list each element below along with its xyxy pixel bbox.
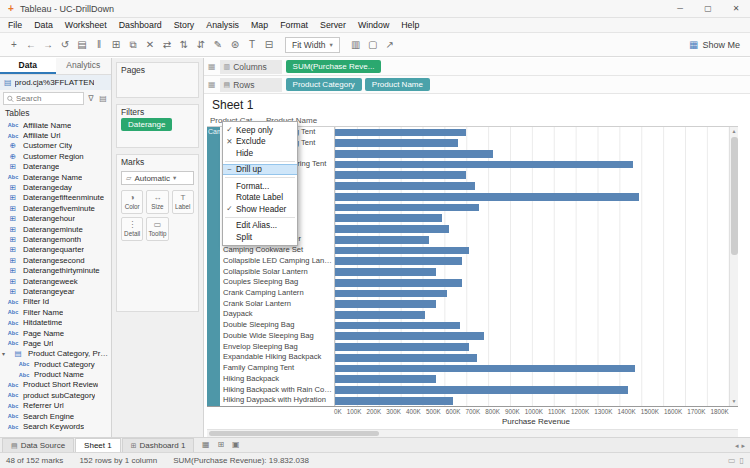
horizontal-scrollbar[interactable] [207, 429, 738, 437]
field-daterangethirtyminute[interactable]: ⊞Daterangethirtyminute [0, 265, 111, 275]
menu-data[interactable]: Data [28, 18, 59, 32]
row-label-hiking-daypack-with-hydration[interactable]: Hiking Daypack with Hydration [220, 395, 334, 406]
bar-4-season-mountaineering-tent[interactable] [335, 161, 633, 169]
sort-ascending-icon[interactable]: ⇅ [176, 36, 192, 54]
vertical-scrollbar[interactable]: ▲ ▼ [729, 127, 738, 406]
bar-family-camping-tent[interactable] [335, 365, 635, 373]
field-filter-name[interactable]: AbcFilter Name [0, 307, 111, 317]
expand-caret-icon[interactable]: ▾ [2, 350, 8, 357]
new-story-button[interactable]: ▣ [228, 438, 243, 452]
bar-camp-wood-grill[interactable] [335, 225, 449, 233]
field-product-subcategory[interactable]: Abcproduct subCategory [0, 390, 111, 400]
field-filter-id[interactable]: AbcFilter Id [0, 297, 111, 307]
row-label-family-camping-tent[interactable]: Family Camping Tent [220, 363, 334, 374]
show-mark-labels-icon[interactable]: T [244, 36, 260, 54]
show-tabs-icon[interactable]: ▭ [728, 456, 736, 465]
bar-cabin-tent[interactable] [335, 171, 466, 179]
show-me-button[interactable]: ▦ Show Me [685, 39, 744, 50]
bar-expandable-hiking-backpack[interactable] [335, 354, 477, 362]
marks-color-button[interactable]: ◑Color [121, 190, 143, 214]
new-worksheet-button[interactable]: ▦ [198, 438, 213, 452]
datasource-item[interactable]: ▤ prod.cja%3FFLATTEN [0, 75, 111, 90]
field-customer-city[interactable]: ⊕Customer City [0, 141, 111, 151]
sort-descending-icon[interactable]: ⇵ [193, 36, 209, 54]
scroll-up-icon[interactable]: ▲ [732, 127, 737, 136]
scroll-down-icon[interactable]: ▼ [732, 397, 737, 406]
highlight-icon[interactable]: ✎ [210, 36, 226, 54]
row-label-collapsible-solar-lantern[interactable]: Collapsible Solar Lantern [220, 267, 334, 278]
field-daterangemonth[interactable]: ⊞Daterangemonth [0, 234, 111, 244]
field-customer-region[interactable]: ⊕Customer Region [0, 151, 111, 161]
row-label-double-sleeping-bag[interactable]: Double Sleeping Bag [220, 320, 334, 331]
row-label-camping-cookware-set[interactable]: Camping Cookware Set [220, 245, 334, 256]
fit-select[interactable]: Fit Width ▾ [285, 37, 340, 53]
menu-story[interactable]: Story [168, 18, 201, 32]
redo-icon[interactable]: → [40, 36, 56, 54]
search-box[interactable] [3, 92, 84, 105]
bar-hiking-daypack-with-hydration[interactable] [335, 397, 453, 405]
bar-daypack[interactable] [335, 311, 425, 319]
tab-analytics[interactable]: Analytics [56, 58, 112, 74]
menu-worksheet[interactable]: Worksheet [59, 18, 113, 32]
bar-double-wide-sleeping-bag[interactable] [335, 332, 484, 340]
new-worksheet-icon[interactable]: ⊞ [108, 36, 124, 54]
row-label-couples-sleeping-bag[interactable]: Couples Sleeping Bag [220, 277, 334, 288]
swap-rows-columns-icon[interactable]: ⇄ [159, 36, 175, 54]
new-dashboard-button[interactable]: ⊞ [213, 438, 228, 452]
field-hitdatetime[interactable]: AbcHitdatetime [0, 317, 111, 327]
marks-label-button[interactable]: TLabel [172, 190, 194, 214]
bar-camp-stove[interactable] [335, 214, 442, 222]
menu-help[interactable]: Help [395, 18, 425, 32]
marks-card[interactable]: Marks ▱ Automatic ▾ ◑Color↔SizeTLabel⋮De… [116, 154, 199, 312]
menu-item-format[interactable]: Format... [223, 180, 297, 192]
marks-size-button[interactable]: ↔Size [146, 190, 168, 214]
filter-fields-icon[interactable]: ∇ [86, 94, 96, 103]
pages-card[interactable]: Pages [116, 62, 199, 98]
bar-crank-camping-lantern[interactable] [335, 290, 447, 298]
filters-card[interactable]: Filters Daterange [116, 104, 199, 148]
show-hide-cards-icon[interactable]: ▥ [348, 36, 364, 54]
category-header-cell[interactable]: Camping [207, 127, 220, 406]
scrollbar-thumb[interactable] [731, 137, 738, 255]
menu-item-show-header[interactable]: ✓Show Header [223, 203, 297, 215]
field-daterangeday[interactable]: ⊞Daterangeday [0, 182, 111, 192]
rows-shelf[interactable]: ▦ ▤ Rows Product CategoryProduct Name [204, 76, 750, 94]
pill-product-name[interactable]: Product Name [365, 78, 430, 91]
field-daterangeweek[interactable]: ⊞Daterangeweek [0, 276, 111, 286]
menu-server[interactable]: Server [314, 18, 352, 32]
field-product-category-pro[interactable]: ▾▤Product Category, Pro... [0, 349, 111, 359]
filter-pill-daterange[interactable]: Daterange [121, 118, 172, 131]
field-page-url[interactable]: AbcPage Url [0, 338, 111, 348]
menu-file[interactable]: File [2, 18, 28, 32]
search-input[interactable] [16, 94, 80, 103]
pill-product-category[interactable]: Product Category [286, 78, 362, 91]
menu-analysis[interactable]: Analysis [200, 18, 245, 32]
save-icon[interactable]: ▤ [74, 36, 90, 54]
menu-dashboard[interactable]: Dashboard [113, 18, 168, 32]
field-product-short-review[interactable]: AbcProduct Short Review [0, 380, 111, 390]
bar-couples-sleeping-bag[interactable] [335, 279, 462, 287]
bar-canvas-tent[interactable] [335, 182, 475, 190]
row-label-hiking-backpack-with-rain-cover[interactable]: Hiking Backpack with Rain Cover [220, 385, 334, 396]
tab-data[interactable]: Data [0, 58, 56, 74]
bar-hiking-backpack[interactable] [335, 375, 436, 383]
field-daterangefifteenminute[interactable]: ⊞Daterangefifteenminute [0, 193, 111, 203]
minimize-button[interactable]: ─ [666, 0, 694, 17]
row-label-envelop-sleeping-bag[interactable]: Envelop Sleeping Bag [220, 342, 334, 353]
bar-1-person-backpacking-tent[interactable] [335, 129, 466, 137]
row-label-collapsible-led-camping-lantern[interactable]: Collapsible LED Camping Lantern [220, 256, 334, 267]
row-label-crank-camping-lantern[interactable]: Crank Camping Lantern [220, 288, 334, 299]
tab-data-source[interactable]: ▤Data Source [2, 438, 74, 452]
clear-sheet-icon[interactable]: ✕ [142, 36, 158, 54]
menu-format[interactable]: Format [274, 18, 314, 32]
undo-icon[interactable]: ← [23, 36, 39, 54]
replay-icon[interactable]: ↺ [57, 36, 73, 54]
duplicate-sheet-icon[interactable]: ⧉ [125, 36, 141, 54]
field-daterange[interactable]: ⊞Daterange [0, 162, 111, 172]
menu-item-rotate-label[interactable]: Rotate Label [223, 192, 297, 204]
bar-hiking-backpack-with-rain-cover[interactable] [335, 386, 628, 394]
row-label-hiking-backpack[interactable]: Hiking Backpack [220, 374, 334, 385]
field-daterangequarter[interactable]: ⊞Daterangequarter [0, 245, 111, 255]
field-page-name[interactable]: AbcPage Name [0, 328, 111, 338]
tab-scroll-left-icon[interactable]: ◂ [735, 442, 739, 450]
